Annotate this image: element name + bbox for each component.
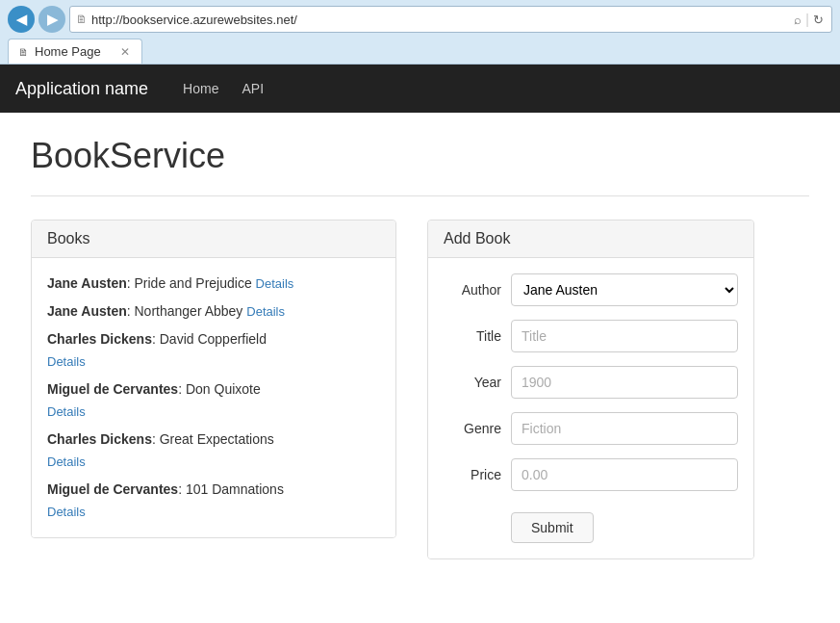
- page-content: BookService Books Jane Austen: Pride and…: [0, 113, 840, 623]
- address-icon: 🗎: [76, 13, 88, 26]
- author-select[interactable]: Jane Austen Charles Dickens Miguel de Ce…: [511, 273, 738, 306]
- book-title: : Don Quixote: [178, 381, 261, 397]
- price-label: Price: [444, 467, 501, 482]
- app-brand[interactable]: Application name: [15, 79, 148, 99]
- back-button[interactable]: ◀: [8, 6, 35, 33]
- refresh-button[interactable]: ↻: [811, 13, 826, 27]
- app-navbar: Application name Home API: [0, 65, 840, 113]
- title-input[interactable]: [511, 320, 738, 352]
- forward-button[interactable]: ▶: [38, 6, 65, 33]
- book-title: : Northanger Abbey: [127, 303, 247, 319]
- book-title: : 101 Damnations: [178, 481, 284, 497]
- book-title: : David Copperfield: [152, 331, 267, 347]
- book-author: Charles Dickens: [47, 331, 152, 347]
- genre-label: Genre: [444, 421, 501, 436]
- add-book-panel-body: Author Jane Austen Charles Dickens Migue…: [428, 258, 753, 558]
- book-author: Miguel de Cervantes: [47, 481, 178, 497]
- details-link[interactable]: Details: [256, 276, 294, 291]
- author-label: Author: [444, 282, 501, 298]
- list-item: Miguel de Cervantes: 101 Damnations Deta…: [47, 480, 380, 522]
- browser-toolbar: ◀ ▶ 🗎 ⌕ | ↻: [8, 6, 832, 33]
- nav-link-api[interactable]: API: [230, 65, 275, 113]
- list-item: Charles Dickens: David Copperfield Detai…: [47, 329, 380, 372]
- price-input[interactable]: [511, 458, 738, 491]
- details-link[interactable]: Details: [47, 505, 86, 519]
- tab-close-button[interactable]: ✕: [120, 45, 130, 59]
- search-button[interactable]: ⌕: [792, 13, 803, 27]
- address-bar-container: 🗎 ⌕ | ↻: [69, 6, 832, 33]
- submit-row: Submit: [444, 505, 738, 543]
- details-link[interactable]: Details: [246, 304, 285, 319]
- add-book-panel-header: Add Book: [428, 221, 753, 258]
- divider: |: [805, 12, 809, 27]
- year-input[interactable]: [511, 366, 738, 399]
- page-divider: [31, 195, 809, 196]
- details-link[interactable]: Details: [47, 454, 86, 469]
- address-actions: ⌕ | ↻: [792, 12, 826, 27]
- list-item: Miguel de Cervantes: Don Quixote Details: [47, 379, 380, 422]
- genre-row: Genre: [444, 412, 738, 445]
- tab-label: Home Page: [35, 44, 101, 59]
- list-item: Jane Austen: Northanger Abbey Details: [47, 301, 380, 322]
- details-link[interactable]: Details: [47, 404, 86, 419]
- title-label: Title: [444, 328, 501, 344]
- title-row: Title: [444, 320, 738, 352]
- year-label: Year: [444, 375, 501, 390]
- page-title: BookService: [31, 136, 809, 176]
- author-row: Author Jane Austen Charles Dickens Migue…: [444, 273, 738, 306]
- submit-button[interactable]: Submit: [511, 512, 594, 543]
- year-row: Year: [444, 366, 738, 399]
- columns: Books Jane Austen: Pride and Prejudice D…: [31, 220, 809, 559]
- tab-bar: 🗎 Home Page ✕: [8, 39, 832, 64]
- books-panel-header: Books: [32, 221, 395, 258]
- book-title: : Pride and Prejudice: [127, 275, 256, 291]
- genre-input[interactable]: [511, 412, 738, 445]
- browser-tab[interactable]: 🗎 Home Page ✕: [8, 39, 142, 64]
- book-author: Charles Dickens: [47, 431, 152, 447]
- book-author: Jane Austen: [47, 275, 127, 291]
- tab-favicon: 🗎: [18, 46, 29, 58]
- list-item: Jane Austen: Pride and Prejudice Details: [47, 273, 380, 294]
- book-author: Miguel de Cervantes: [47, 381, 178, 397]
- books-panel: Books Jane Austen: Pride and Prejudice D…: [31, 220, 396, 538]
- add-book-panel: Add Book Author Jane Austen Charles Dick…: [427, 220, 754, 559]
- book-title: : Great Expectations: [152, 431, 274, 447]
- books-panel-body: Jane Austen: Pride and Prejudice Details…: [32, 258, 395, 537]
- browser-chrome: ◀ ▶ 🗎 ⌕ | ↻ 🗎 Home Page ✕: [0, 0, 840, 65]
- address-bar[interactable]: [91, 13, 788, 27]
- book-author: Jane Austen: [47, 303, 127, 319]
- nav-link-home[interactable]: Home: [171, 65, 230, 113]
- details-link[interactable]: Details: [47, 354, 86, 369]
- list-item: Charles Dickens: Great Expectations Deta…: [47, 429, 380, 472]
- price-row: Price: [444, 458, 738, 491]
